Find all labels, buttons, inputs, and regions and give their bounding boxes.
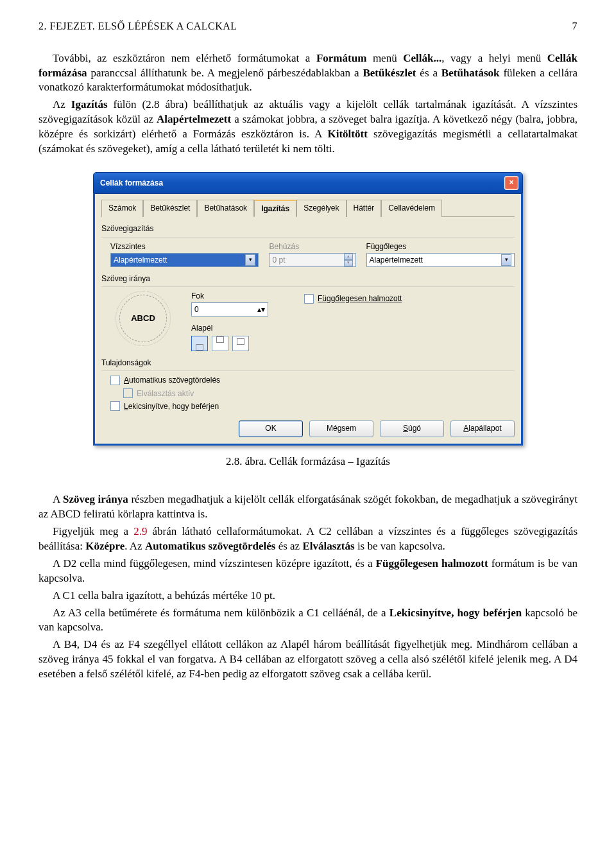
spinner-indent-value: 0 pt	[272, 255, 285, 265]
checkbox-shrink-label: Lekicsinyítve, hogy beférjen	[124, 401, 219, 412]
dialog-title: Cellák formázása	[100, 178, 163, 188]
group-title-direction: Szöveg iránya	[101, 273, 515, 287]
tab-font-effects[interactable]: Betűhatások	[197, 200, 254, 217]
dropdown-vertical-value: Alapértelmezett	[370, 255, 423, 265]
tab-cell-protection[interactable]: Cellavédelem	[381, 200, 442, 217]
checkbox-vertically-stacked[interactable]: Függőlegesen halmozott	[304, 293, 515, 304]
tab-numbers[interactable]: Számok	[101, 200, 143, 217]
help-button[interactable]: Súgó	[380, 421, 444, 437]
paragraph-4: Figyeljük meg a 2.9 ábrán látható cellaf…	[38, 525, 578, 554]
checkbox-box-icon	[110, 376, 120, 385]
dialog-buttons: OK Mégsem Súgó Alapállapot	[101, 421, 515, 437]
checkbox-box-icon	[123, 388, 133, 398]
tab-background[interactable]: Háttér	[346, 200, 382, 217]
paragraph-2: Az Igazítás fülön (2.8 ábra) beállíthatj…	[38, 98, 578, 157]
dialog-body: Számok Betűkészlet Betűhatások Igazítás …	[93, 194, 523, 446]
rotation-dial[interactable]: ABCD	[119, 295, 167, 342]
page-header: 2. FEJEZET. ELSŐ LÉPÉSEK A CALCKAL 7	[38, 19, 578, 33]
group-title-align: Szövegigazítás	[101, 223, 515, 237]
chevron-down-icon: ▾	[245, 254, 255, 266]
header-page-number: 7	[572, 19, 578, 33]
checkbox-hyphen-label: Elválasztás aktív	[137, 388, 194, 399]
rotation-dial-label: ABCD	[131, 313, 155, 324]
refedge-inside-button[interactable]	[232, 336, 249, 351]
header-left: 2. FEJEZET. ELSŐ LÉPÉSEK A CALCKAL	[38, 19, 237, 33]
spinner-degrees[interactable]: 0 ▴▾	[191, 302, 268, 317]
tab-alignment[interactable]: Igazítás	[254, 200, 296, 217]
spinner-up-icon: ▴	[344, 254, 353, 260]
refedge-bottom-button[interactable]	[191, 336, 208, 351]
paragraph-7: Az A3 cella betűmérete és formátuma nem …	[38, 606, 578, 636]
paragraph-3: A Szöveg iránya részben megadhatjuk a ki…	[38, 492, 578, 522]
dialog-titlebar[interactable]: Cellák formázása ×	[93, 172, 523, 194]
paragraph-1: További, az eszköztáron nem elérhető for…	[38, 51, 578, 96]
figure-caption: 2.8. ábra. Cellák formázása – Igazítás	[38, 455, 578, 469]
checkbox-shrink-to-fit[interactable]: Lekicsinyítve, hogy beférjen	[110, 401, 515, 412]
dropdown-vertical[interactable]: Alapértelmezett ▾	[366, 253, 515, 267]
reference-edge-picker	[191, 336, 294, 351]
group-text-alignment: Szövegigazítás Vízszintes Alapértelmezet…	[101, 223, 515, 266]
refedge-top-button[interactable]	[212, 336, 228, 351]
dialog-cell-format: Cellák formázása × Számok Betűkészlet Be…	[93, 172, 523, 446]
checkbox-stacked-label: Függőlegesen halmozott	[318, 293, 402, 304]
tab-font[interactable]: Betűkészlet	[143, 200, 197, 217]
checkbox-hyphenation: Elválasztás aktív	[110, 388, 515, 399]
checkbox-box-icon	[304, 294, 314, 304]
checkbox-wrap-text[interactable]: Automatikus szövegtördelés	[110, 375, 515, 385]
group-text-direction: Szöveg iránya ABCD Fok 0 ▴▾	[101, 273, 515, 352]
dropdown-horizontal-value: Alapértelmezett	[114, 255, 167, 265]
paragraph-6: A C1 cella balra igazított, a behúzás mé…	[38, 589, 578, 603]
chevron-down-icon: ▾	[501, 254, 511, 266]
spinner-down-icon: ▾	[261, 305, 265, 314]
label-vertical: Függőleges	[366, 241, 515, 252]
label-indent: Behúzás	[269, 241, 355, 252]
reset-button[interactable]: Alapállapot	[450, 421, 515, 437]
dropdown-horizontal[interactable]: Alapértelmezett ▾	[110, 253, 259, 267]
label-degrees: Fok	[191, 291, 294, 301]
close-icon[interactable]: ×	[504, 176, 518, 190]
group-properties: Tulajdonságok Automatikus szövegtördelés…	[101, 358, 515, 412]
paragraph-8: A B4, D4 és az F4 szegéllyel ellátott ce…	[38, 638, 578, 682]
cancel-button[interactable]: Mégsem	[309, 421, 373, 437]
label-horizontal: Vízszintes	[110, 241, 259, 252]
ok-button[interactable]: OK	[239, 421, 303, 437]
spinner-indent: 0 pt ▴▾	[269, 253, 355, 267]
figure-ref-link[interactable]: 2.9	[133, 525, 147, 537]
checkbox-box-icon	[110, 401, 120, 411]
checkbox-wrap-label: Automatikus szövegtördelés	[124, 375, 220, 385]
group-title-properties: Tulajdonságok	[101, 358, 515, 371]
dialog-tabs: Számok Betűkészlet Betűhatások Igazítás …	[101, 199, 515, 217]
tab-borders[interactable]: Szegélyek	[296, 200, 346, 217]
paragraph-5: A D2 cella mind függőlegesen, mind vízsz…	[38, 557, 578, 586]
label-reference-edge: Alapél	[191, 323, 294, 333]
spinner-down-icon: ▾	[344, 260, 353, 266]
spinner-degrees-value: 0	[194, 304, 199, 315]
